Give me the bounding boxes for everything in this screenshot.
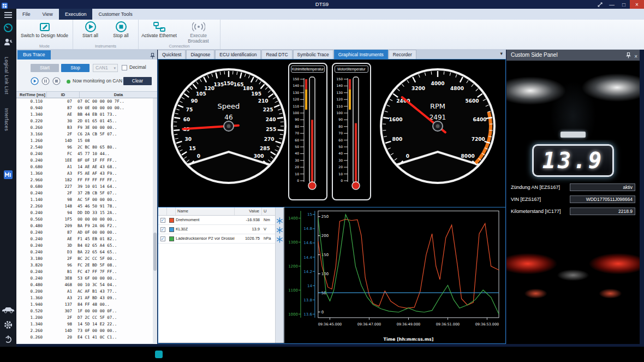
start-all-button[interactable]: Start all xyxy=(76,21,105,39)
measurement-checkbox[interactable]: ✓ xyxy=(160,227,165,232)
bus-trace-row[interactable]: 3.1802F8C 2C CC 5F 00.. xyxy=(16,256,153,262)
bus-trace-row[interactable]: 1.3409814 5D 14 E2 22.. xyxy=(16,321,153,328)
bus-trace-row[interactable]: 0.9408769 0E 00 00 00 00.. xyxy=(16,105,153,111)
taskbar-app-icon[interactable] xyxy=(155,351,163,358)
stop-button[interactable]: Stop xyxy=(61,64,90,72)
maximize-button[interactable]: □ xyxy=(618,0,630,9)
scrollbar-thumb[interactable] xyxy=(153,233,157,271)
bus-trace-row[interactable]: 1.14098AC 5F 00 00 00.. xyxy=(16,197,153,203)
menu-tab-view[interactable]: View xyxy=(37,9,59,20)
bus-trace-row[interactable]: 0.1100707 0C 00 00 00 7F.. xyxy=(16,98,153,105)
channel-select[interactable]: CAN1▾ xyxy=(93,64,118,72)
bus-trace-row[interactable]: 2.960182FF FF FF FF FF.. xyxy=(16,177,153,183)
bus-trace-row[interactable]: 0.240FC45 77 10 44.. xyxy=(16,151,153,157)
column-header-data[interactable]: Data xyxy=(80,92,157,98)
bus-trace-row[interactable]: 1.2002FD7 2C CC 5F 07.. xyxy=(16,314,153,321)
menu-tab-customer-tools[interactable]: Customer Tools xyxy=(92,9,138,20)
bus-trace-row[interactable]: 0.5203071F 00 00 00 0F.. xyxy=(16,308,153,314)
bus-trace-row[interactable]: 3.82096FC 2E BD 5F 08.. xyxy=(16,262,153,269)
play-icon[interactable] xyxy=(31,77,39,87)
tab-diagnose[interactable]: Diagnose xyxy=(186,50,214,59)
tab-graphical-instruments[interactable]: Graphical Instruments xyxy=(334,50,388,59)
tab-overflow-icon[interactable]: ▾ xyxy=(500,50,506,59)
gauge-icon[interactable] xyxy=(0,23,16,35)
hamburger-menu-icon[interactable] xyxy=(0,10,16,20)
bus-trace-row[interactable]: 3.1602FC6 2A CB 5F 07.. xyxy=(16,131,153,138)
car-icon[interactable] xyxy=(0,305,16,316)
freeze-icon[interactable] xyxy=(276,235,283,245)
bus-trace-row[interactable]: 1.94013784 FF 48 00.. xyxy=(16,301,153,308)
im-logo-icon[interactable] xyxy=(0,170,16,182)
bus-trace-row[interactable]: 0.2401EE8F 0F 1F FF FF.. xyxy=(16,157,153,164)
start-button[interactable]: Start xyxy=(31,64,59,72)
bus-trace-row[interactable]: 0.680A114 AE AE 43 68.. xyxy=(16,164,153,170)
tab-symbolic-trace[interactable]: Symbolic Trace xyxy=(293,50,333,59)
decimal-checkbox[interactable] xyxy=(122,65,127,70)
switch-to-design-mode-button[interactable]: Switch to Design Mode xyxy=(19,21,71,39)
menu-tab-execution[interactable]: Execution xyxy=(59,9,93,20)
column-header-value[interactable]: Value xyxy=(235,207,262,215)
bus-trace-row[interactable]: 0.2403DB4 02 65 A4 65.. xyxy=(16,242,153,249)
sidebar-tab-logical-link-list[interactable]: Logical Link List xyxy=(4,57,9,94)
bus-trace-row[interactable]: 0.24087AD 0F 00 00 00.. xyxy=(16,229,153,236)
freeze-icon[interactable] xyxy=(276,217,283,227)
column-header-reltime[interactable]: RelTime [ms] xyxy=(16,92,47,98)
bus-trace-row[interactable]: 0.240AEF1 45 EB 01 82.. xyxy=(16,236,153,242)
bus-trace-scrollbar[interactable] xyxy=(153,98,157,343)
freeze-icon[interactable] xyxy=(276,226,283,236)
bus-trace-row[interactable]: 0.24094DD DD 33 15 2A.. xyxy=(16,210,153,216)
bus-trace-row[interactable]: 2.26014845 46 50 91 78.. xyxy=(16,203,153,210)
bus-trace-row[interactable]: 0.220302D 01 65 01 45.. xyxy=(16,118,153,124)
svg-text:14.4: 14.4 xyxy=(303,256,312,260)
bus-trace-row[interactable]: 0.240B1FC 47 FF 7F FF.. xyxy=(16,269,153,275)
bus-trace-row[interactable]: 1.360A3F5 AE AF 43 F9.. xyxy=(16,170,153,177)
settings-gear-icon[interactable] xyxy=(0,320,16,332)
bus-trace-table-header[interactable]: RelTime [ms] ID Data xyxy=(16,91,157,98)
bus-trace-row[interactable]: 2.26014D73 0F 00 00 00.. xyxy=(16,328,153,334)
bus-trace-row[interactable]: 0.260B3F9 3E 00 00 00.. xyxy=(16,124,153,131)
bus-trace-row[interactable]: 0.68022739 10 01 14 64.. xyxy=(16,183,153,190)
tab-ecu-identification[interactable]: ECU Identification xyxy=(215,50,261,59)
bus-trace-row[interactable]: 0.480209BA F9 2A 06 F2.. xyxy=(16,223,153,229)
clear-button[interactable]: Clear xyxy=(123,77,152,85)
power-icon[interactable] xyxy=(0,335,16,346)
bus-trace-row[interactable]: 1.360A321 AF BD 43 09.. xyxy=(16,295,153,301)
measurement-value: 1026.75 xyxy=(235,234,262,243)
fullscreen-icon xyxy=(598,2,603,7)
bus-trace-row[interactable]: 0.26020E4 C1 41 0C C1.. xyxy=(16,334,153,341)
svg-text:50: 50 xyxy=(321,291,326,295)
measurement-checkbox[interactable]: ✓ xyxy=(160,236,165,241)
column-header-name[interactable]: Name xyxy=(176,207,235,215)
tab-quicktest[interactable]: Quicktest xyxy=(158,50,186,59)
close-button[interactable]: × xyxy=(630,0,644,9)
tab-recorder[interactable]: Recorder xyxy=(389,50,416,59)
measurement-checkbox[interactable]: ✓ xyxy=(160,218,165,223)
measurement-row[interactable]: ✓KL30Z13.9V xyxy=(158,225,275,234)
bus-trace-row[interactable]: 0.240D3BA 22 65 64 65.. xyxy=(16,249,153,256)
column-header-id[interactable]: ID xyxy=(47,92,80,98)
stop-trace-icon[interactable] xyxy=(52,77,61,87)
minimize-button[interactable]: — xyxy=(606,0,618,9)
bus-trace-row[interactable]: 1.26014D15 08 xyxy=(16,138,153,144)
activate-ethernet-button[interactable]: Activate Ethernet xyxy=(141,21,177,44)
tab-bus-trace[interactable]: Bus Trace xyxy=(17,50,51,60)
pause-icon[interactable] xyxy=(41,77,50,87)
user-edit-icon[interactable] xyxy=(0,37,16,49)
sidebar-tab-interfaces[interactable]: Interfaces xyxy=(4,108,9,131)
bus-trace-row[interactable]: 0.5601F500 00 00 00 00.. xyxy=(16,216,153,223)
bus-trace-row[interactable]: 2.540962C BC 80 65 80.. xyxy=(16,144,153,151)
menu-tab-file[interactable]: File xyxy=(16,9,37,20)
fullscreen-button[interactable] xyxy=(594,0,606,9)
bus-trace-row[interactable]: 1.340AEBB 44 EB 01 73.. xyxy=(16,111,153,118)
bus-trace-row[interactable]: 0.48046800 10 3C 54 04.. xyxy=(16,282,153,288)
tab-read-dtc[interactable]: Read DTC xyxy=(261,50,292,59)
column-header-unit[interactable]: U xyxy=(262,207,275,215)
svg-text:14.6: 14.6 xyxy=(303,241,312,245)
bus-trace-row[interactable]: 0.2403E853 6F 00 00 00.. xyxy=(16,275,153,282)
execute-broadcast-button[interactable]: Execute Broadcast xyxy=(180,21,218,44)
bus-trace-row[interactable]: 0.200A1AC AF B1 43 77.. xyxy=(16,288,153,295)
bus-trace-row[interactable]: 0.2402F37 2B CB 5F 07.. xyxy=(16,190,153,197)
stop-all-button[interactable]: Stop all xyxy=(107,21,135,39)
measurement-row[interactable]: ✓Ladedrucksensor P2 vor Drosselklappe102… xyxy=(158,234,275,244)
measurement-row[interactable]: ✓Drehmoment-16.938Nm xyxy=(158,216,275,225)
